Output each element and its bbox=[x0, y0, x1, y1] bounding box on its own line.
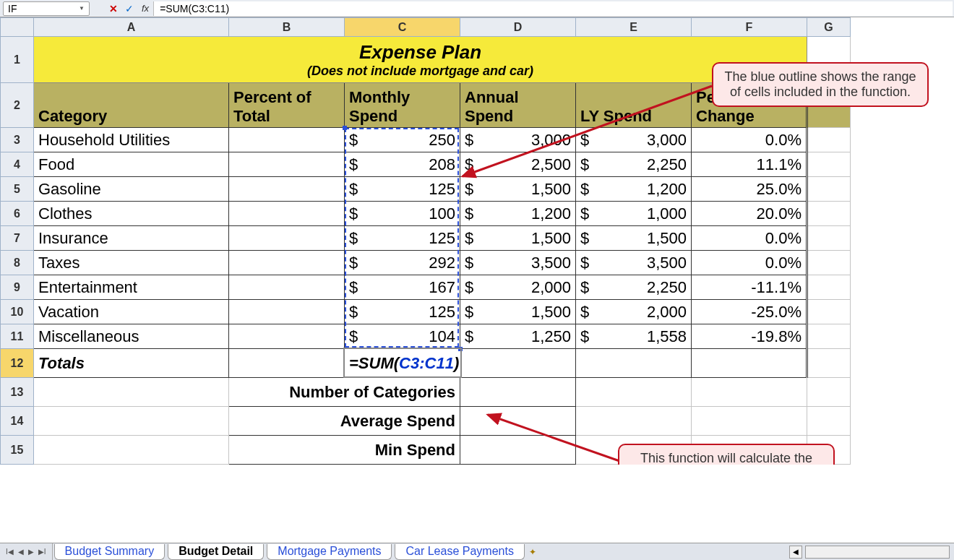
cell-D9[interactable]: $2,000 bbox=[460, 275, 576, 300]
cell-A9[interactable]: Entertainment bbox=[34, 275, 229, 300]
cell-E6[interactable]: $1,000 bbox=[576, 202, 692, 226]
cell-B6[interactable] bbox=[229, 202, 345, 226]
cell-F13[interactable] bbox=[692, 378, 807, 407]
col-header-F[interactable]: F bbox=[692, 18, 807, 37]
cell-D15[interactable] bbox=[460, 436, 576, 465]
cell-D6[interactable]: $1,200 bbox=[460, 202, 576, 226]
cell-D4[interactable]: $2,500 bbox=[460, 152, 576, 177]
cell-G11[interactable] bbox=[807, 324, 851, 349]
cell-F7[interactable]: 0.0% bbox=[692, 226, 807, 251]
row-header-8[interactable]: 8 bbox=[1, 251, 34, 275]
cell-E13[interactable] bbox=[576, 378, 692, 407]
col-header-C[interactable]: C bbox=[345, 18, 460, 37]
cell-A6[interactable]: Clothes bbox=[34, 202, 229, 226]
cell-G10[interactable] bbox=[807, 300, 851, 324]
cell-D13[interactable] bbox=[460, 378, 576, 407]
cell-C12-editing[interactable]: =SUM(C3:C11) bbox=[345, 349, 576, 378]
row-header-4[interactable]: 4 bbox=[1, 152, 34, 177]
cell-C5[interactable]: $125 bbox=[345, 177, 460, 202]
header-annual[interactable]: Annual Spend bbox=[460, 83, 576, 128]
range-handle[interactable] bbox=[343, 126, 347, 130]
cell-E9[interactable]: $2,250 bbox=[576, 275, 692, 300]
fx-button[interactable]: fx bbox=[137, 3, 153, 14]
cell-G7[interactable] bbox=[807, 226, 851, 251]
cell-C7[interactable]: $125 bbox=[345, 226, 460, 251]
cell-D14[interactable] bbox=[460, 407, 576, 436]
cell-A11[interactable]: Miscellaneous bbox=[34, 324, 229, 349]
cell-A4[interactable]: Food bbox=[34, 152, 229, 177]
select-all-corner[interactable] bbox=[1, 18, 34, 37]
cell-C6[interactable]: $100 bbox=[345, 202, 460, 226]
cell-A3[interactable]: Household Utilities bbox=[34, 128, 229, 152]
cell-E12[interactable] bbox=[576, 349, 692, 378]
row-header-13[interactable]: 13 bbox=[1, 378, 34, 407]
cell-A14[interactable] bbox=[34, 407, 229, 436]
cell-E3[interactable]: $3,000 bbox=[576, 128, 692, 152]
cell-F10[interactable]: -25.0% bbox=[692, 300, 807, 324]
title-cell[interactable]: Expense Plan (Does not include mortgage … bbox=[34, 37, 807, 83]
cell-G12[interactable] bbox=[807, 349, 851, 378]
totals-label[interactable]: Totals bbox=[34, 349, 229, 378]
cell-B5[interactable] bbox=[229, 177, 345, 202]
cell-E10[interactable]: $2,000 bbox=[576, 300, 692, 324]
cell-C8[interactable]: $292 bbox=[345, 251, 460, 275]
cell-G4[interactable] bbox=[807, 152, 851, 177]
row-header-7[interactable]: 7 bbox=[1, 226, 34, 251]
cell-B8[interactable] bbox=[229, 251, 345, 275]
cell-B11[interactable] bbox=[229, 324, 345, 349]
cell-G5[interactable] bbox=[807, 177, 851, 202]
row-header-9[interactable]: 9 bbox=[1, 275, 34, 300]
cell-A13[interactable] bbox=[34, 378, 229, 407]
header-monthly[interactable]: Monthly Spend bbox=[345, 83, 460, 128]
row-header-3[interactable]: 3 bbox=[1, 128, 34, 152]
row-header-10[interactable]: 10 bbox=[1, 300, 34, 324]
row-header-14[interactable]: 14 bbox=[1, 407, 34, 436]
cell-B9[interactable] bbox=[229, 275, 345, 300]
cell-G14[interactable] bbox=[807, 407, 851, 436]
cell-F11[interactable]: -19.8% bbox=[692, 324, 807, 349]
worksheet[interactable]: A B C D E F G 1 Expense Plan (Does not i… bbox=[0, 17, 954, 465]
dropdown-icon[interactable]: ▼ bbox=[79, 2, 85, 15]
cell-D3[interactable]: $3,000 bbox=[460, 128, 576, 152]
cell-C3[interactable]: $250 bbox=[345, 128, 460, 152]
cell-B3[interactable] bbox=[229, 128, 345, 152]
col-header-B[interactable]: B bbox=[229, 18, 345, 37]
row-header-15[interactable]: 15 bbox=[1, 436, 34, 465]
cell-E11[interactable]: $1,558 bbox=[576, 324, 692, 349]
cell-E8[interactable]: $3,500 bbox=[576, 251, 692, 275]
range-handle[interactable] bbox=[458, 347, 463, 351]
cell-B12[interactable] bbox=[229, 349, 345, 378]
cell-A5[interactable]: Gasoline bbox=[34, 177, 229, 202]
cell-E5[interactable]: $1,200 bbox=[576, 177, 692, 202]
row-header-2[interactable]: 2 bbox=[1, 83, 34, 128]
cell-G3[interactable] bbox=[807, 128, 851, 152]
cell-C11[interactable]: $104 bbox=[345, 324, 460, 349]
cell-F3[interactable]: 0.0% bbox=[692, 128, 807, 152]
cell-F9[interactable]: -11.1% bbox=[692, 275, 807, 300]
enter-icon[interactable]: ✓ bbox=[121, 1, 137, 16]
header-percent-total[interactable]: Percent of Total bbox=[229, 83, 345, 128]
cell-B7[interactable] bbox=[229, 226, 345, 251]
cell-G8[interactable] bbox=[807, 251, 851, 275]
col-header-G[interactable]: G bbox=[807, 18, 851, 37]
cell-C10[interactable]: $125 bbox=[345, 300, 460, 324]
cancel-icon[interactable]: ✕ bbox=[106, 1, 121, 16]
cell-A7[interactable]: Insurance bbox=[34, 226, 229, 251]
cell-F14[interactable] bbox=[692, 407, 807, 436]
cell-C4[interactable]: $208 bbox=[345, 152, 460, 177]
cell-D8[interactable]: $3,500 bbox=[460, 251, 576, 275]
cell-A8[interactable]: Taxes bbox=[34, 251, 229, 275]
row-header-11[interactable]: 11 bbox=[1, 324, 34, 349]
cell-D7[interactable]: $1,500 bbox=[460, 226, 576, 251]
cell-F12[interactable] bbox=[692, 349, 807, 378]
cell-G6[interactable] bbox=[807, 202, 851, 226]
row-header-5[interactable]: 5 bbox=[1, 177, 34, 202]
row-header-6[interactable]: 6 bbox=[1, 202, 34, 226]
col-header-E[interactable]: E bbox=[576, 18, 692, 37]
cell-D11[interactable]: $1,250 bbox=[460, 324, 576, 349]
label-min-spend[interactable]: Min Spend bbox=[229, 436, 460, 465]
cell-F6[interactable]: 20.0% bbox=[692, 202, 807, 226]
header-category[interactable]: Category bbox=[34, 83, 229, 128]
label-num-categories[interactable]: Number of Categories bbox=[229, 378, 460, 407]
cell-G9[interactable] bbox=[807, 275, 851, 300]
